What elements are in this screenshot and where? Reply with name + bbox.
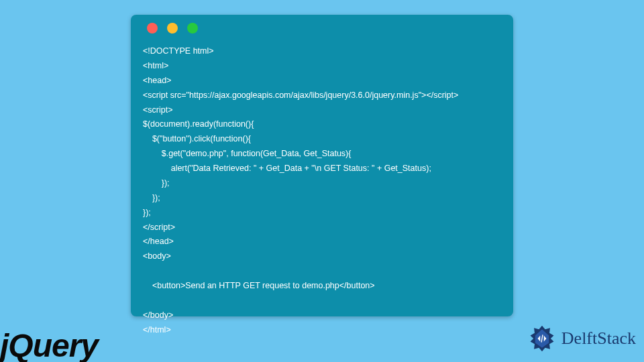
close-icon[interactable] [147,23,158,34]
delftstack-text: DelftStack [561,328,636,349]
code-block: <!DOCTYPE html> <html> <head> <script sr… [143,44,501,338]
delftstack-logo: DelftStack [527,323,636,354]
jquery-logo-text: jQuery [0,328,98,362]
minimize-icon[interactable] [167,23,178,34]
jquery-logo: jQuery [0,330,98,362]
delftstack-icon [527,323,557,354]
code-window: <!DOCTYPE html> <html> <head> <script sr… [131,15,513,316]
window-traffic-lights [147,23,501,34]
maximize-icon[interactable] [187,23,198,34]
